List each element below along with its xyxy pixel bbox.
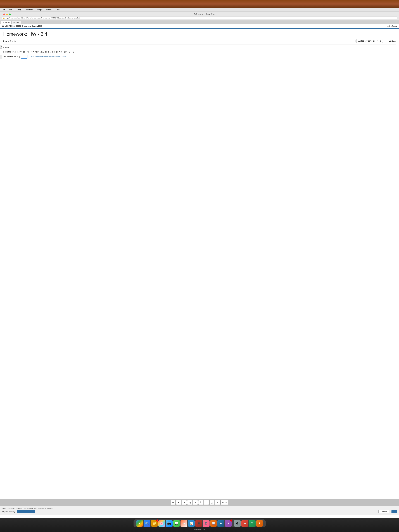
math-btn-sqrt[interactable]: √ [193,500,198,505]
dock-item-settings[interactable]: ⚙ [234,520,241,527]
tab-1[interactable]: nd Masteri [1,21,11,24]
math-btn-mixed[interactable]: ⊞ [176,500,181,505]
site-header-user: Jaelyn Dancy [386,25,397,27]
menu-edit[interactable]: Edit [1,8,6,11]
assistant-badge: 6 [230,519,232,522]
dock-item-powerpoint[interactable]: P [256,520,263,527]
macbook-label: MacBook Pro [0,527,399,532]
solution-hint: (Use a comma to separate answers as need… [31,56,67,58]
menu-view[interactable]: View [8,8,13,11]
math-toolbar: ⊟ ⊞ x² |x| √ ∛ ▪. (▪) ± More [0,499,399,506]
dock-item-keynote[interactable]: ⬛ [195,520,202,527]
answer-row: The solution set is { }. (Use a comma to… [3,55,396,59]
url-bar[interactable]: 🔒 https://www.mathxl.com/Student/PlayerH… [2,16,397,19]
menu-window[interactable]: Window [45,8,53,11]
dock-item-calendar[interactable]: 📅 [181,520,187,527]
math-btn-decimal[interactable]: ▪. [204,500,209,505]
dock-area: ● 🔍 📁 5 🌸 📷 💬 📅 📊 ⬛ 🎵 📖 [0,518,399,532]
math-btn-fraction[interactable]: ⊟ [171,500,176,505]
browser-chrome: Do Homework - Jaelyn Dancy 🔒 https://www… [0,12,399,24]
dock-item-messages[interactable]: 💬 [173,520,180,527]
nav-prev-button[interactable]: ◀ [353,39,357,43]
work-area[interactable] [3,60,396,99]
dock-item-facetime[interactable]: 📷 [166,520,173,527]
close-button[interactable] [3,13,5,15]
dock-item-numbers[interactable]: 📊 [188,520,195,527]
minimize-button[interactable] [6,13,8,15]
menu-bookmarks[interactable]: Bookmarks [24,8,34,11]
dock-item-folder[interactable]: 📁 5 [151,520,158,527]
dock-item-excel[interactable]: X [249,520,256,527]
dock-item-assistant[interactable]: A 6 [225,520,232,527]
answer-input-box[interactable] [21,55,27,59]
solution-prefix: The solution set is [3,56,18,58]
dock-item-books[interactable]: 📖 [210,520,217,527]
sidebar-toggle-mid[interactable]: > [0,55,2,59]
dock-item-news[interactable]: 📰 [241,520,248,527]
clear-all-button[interactable]: Clear All [378,510,389,513]
nav-dropdown-arrow[interactable]: ▼ [377,40,378,42]
nav-status: 11 of 12 (10 complete) ▼ [358,40,378,42]
dock-item-chrome[interactable]: ● [136,520,143,527]
math-btn-absolute[interactable]: |x| [187,500,192,505]
nav-next-button[interactable]: ▶ [379,39,383,43]
lock-icon: 🔒 [3,17,5,19]
window-title: Do Homework - Jaelyn Dancy [13,13,397,16]
fullscreen-button[interactable] [9,13,11,15]
hw-score-label: HW Scor [387,40,396,42]
site-header: Wright MTH112 20217 E-Learning Spring 20… [0,24,399,28]
bottom-controls: All parts showing Clear All C [2,510,397,513]
url-bar-row: 🔒 https://www.mathxl.com/Student/PlayerH… [0,16,399,20]
site-header-title: Wright MTH112 20217 E-Learning Spring 20… [2,25,42,27]
dock-item-music[interactable]: 🎵 [203,520,209,527]
score-label: Score: 0 of 1 pt [3,40,17,42]
dock: ● 🔍 📁 5 🌸 📷 💬 📅 📊 ⬛ 🎵 📖 [133,519,266,527]
all-parts-label: All parts showing [2,511,15,513]
tab-2[interactable]: ps://open [12,21,21,24]
tab-bar: nd Masteri ps://open [0,20,399,24]
dock-item-finder[interactable]: 🔍 [144,520,150,527]
score-nav-row: Score: 0 of 1 pt ◀ 11 of 12 (10 complete… [3,39,396,44]
menu-help[interactable]: Help [55,8,60,11]
more-button[interactable]: More [221,500,228,505]
math-btn-superscript[interactable]: x² [182,500,187,505]
dock-item-photos[interactable]: 🌸 [158,520,165,527]
browser-content: Wright MTH112 20217 E-Learning Spring 20… [0,24,399,518]
sidebar-toggle-bottom[interactable]: > [2,515,3,518]
open-brace: { [19,56,20,58]
progress-bar [17,510,35,513]
folder-badge: 5 [156,519,158,522]
close-brace: }. [29,56,30,58]
enter-answer-msg: Enter your answer in the answer box and … [2,507,397,509]
check-answer-button[interactable]: C [392,510,397,513]
main-content: > > Homework: HW - 2.4 Score: 0 of 1 pt … [0,29,399,499]
math-btn-plusminus[interactable]: ± [215,500,220,505]
url-text: https://www.mathxl.com/Student/PlayerHom… [6,17,81,19]
nav-controls: ◀ 11 of 12 (10 complete) ▼ ▶ [353,39,383,43]
laptop-bezel [0,0,399,8]
question-text: Solve the equation x3 + 2x2 − 5x − 6 = 0… [3,51,396,53]
math-btn-cbrt[interactable]: ∛ [198,500,203,505]
homework-title: Homework: HW - 2.4 [3,32,396,37]
bottom-bar: Enter your answer in the answer box and … [0,506,399,515]
traffic-lights [2,13,13,16]
dock-item-word[interactable]: W [217,520,224,527]
math-btn-interval[interactable]: (▪) [209,500,214,505]
menu-people[interactable]: People [36,8,43,11]
sidebar-toggle-top[interactable]: > [0,44,2,49]
menubar: Edit View History Bookmarks People Windo… [0,8,399,12]
question-number: 2.4.43 [3,46,396,48]
menu-history[interactable]: History [15,8,22,11]
